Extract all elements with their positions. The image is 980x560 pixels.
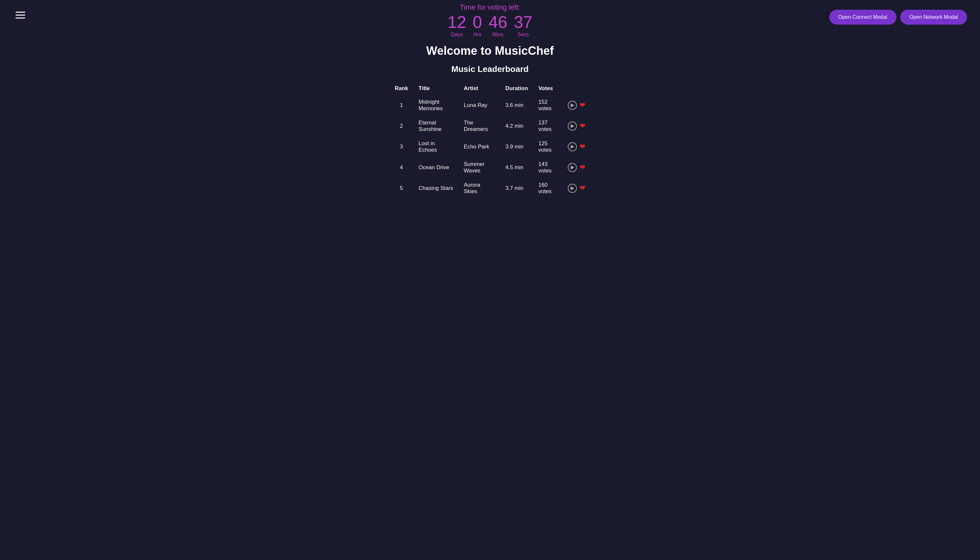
play-button[interactable] (568, 184, 577, 193)
open-network-modal-button[interactable]: Open Network Modal (900, 10, 967, 25)
timer-secs-number: 37 (514, 13, 532, 30)
heart-button[interactable]: ❤ (580, 185, 585, 192)
header-buttons: Open Connect Modal Open Network Modal (829, 10, 967, 25)
row-duration: 4.5 min (500, 157, 533, 178)
row-artist: Luna Ray (458, 95, 500, 116)
table-row: 3 Lost in Echoes Echo Park 3.9 min 125 v… (390, 137, 590, 157)
row-duration: 3.9 min (500, 137, 533, 157)
timer-hrs-label: Hrs (473, 32, 482, 38)
row-title: Lost in Echoes (413, 137, 458, 157)
row-rank: 1 (390, 95, 413, 116)
row-artist: Aurora Skies (458, 178, 500, 199)
play-button[interactable] (568, 163, 577, 172)
main-content: Welcome to MusicChef Music Leaderboard R… (0, 44, 980, 199)
row-artist: The Dreamers (458, 116, 500, 137)
row-rank: 5 (390, 178, 413, 199)
row-actions: ❤ (563, 137, 590, 157)
row-rank: 2 (390, 116, 413, 137)
timer-hrs-number: 0 (473, 13, 482, 30)
play-button[interactable] (568, 122, 577, 131)
play-button[interactable] (568, 101, 577, 110)
timer-days-unit: 12 Days (448, 13, 466, 38)
timer-days-label: Days (451, 32, 462, 38)
timer-values: 12 Days 0 Hrs 46 Mins 37 Secs (448, 13, 532, 38)
row-votes: 137 votes (533, 116, 563, 137)
timer-section: Time for voting left: 12 Days 0 Hrs 46 M… (448, 3, 532, 38)
row-actions: ❤ (563, 178, 590, 199)
row-votes: 143 votes (533, 157, 563, 178)
row-votes: 125 votes (533, 137, 563, 157)
row-actions: ❤ (563, 116, 590, 137)
timer-days-number: 12 (448, 13, 466, 30)
table-row: 5 Chasing Stars Aurora Skies 3.7 min 160… (390, 178, 590, 199)
row-artist: Echo Park (458, 137, 500, 157)
table-header-row: Rank Title Artist Duration Votes (390, 82, 590, 95)
row-title: Chasing Stars (413, 178, 458, 199)
heart-button[interactable]: ❤ (580, 102, 585, 109)
timer-hrs-unit: 0 Hrs (473, 13, 482, 38)
row-artist: Summer Waves (458, 157, 500, 178)
row-title: Ocean Drive (413, 157, 458, 178)
col-title: Title (413, 82, 458, 95)
timer-secs-label: Secs (518, 32, 529, 38)
row-actions: ❤ (563, 157, 590, 178)
timer-mins-number: 46 (489, 13, 508, 30)
row-actions: ❤ (563, 95, 590, 116)
row-duration: 4.2 min (500, 116, 533, 137)
row-rank: 3 (390, 137, 413, 157)
hamburger-menu[interactable] (13, 9, 28, 21)
open-connect-modal-button[interactable]: Open Connect Modal (829, 10, 897, 25)
row-title: Eternal Sunshine (413, 116, 458, 137)
row-duration: 3.7 min (500, 178, 533, 199)
row-rank: 4 (390, 157, 413, 178)
timer-mins-unit: 46 Mins (489, 13, 508, 38)
col-duration: Duration (500, 82, 533, 95)
timer-label: Time for voting left: (448, 3, 532, 12)
header: Time for voting left: 12 Days 0 Hrs 46 M… (0, 0, 980, 25)
heart-button[interactable]: ❤ (580, 122, 585, 130)
col-votes: Votes (533, 82, 563, 95)
heart-button[interactable]: ❤ (580, 143, 585, 150)
play-button[interactable] (568, 142, 577, 151)
timer-mins-label: Mins (493, 32, 503, 38)
col-rank: Rank (390, 82, 413, 95)
table-row: 1 Midnight Memories Luna Ray 3.6 min 152… (390, 95, 590, 116)
leaderboard-table: Rank Title Artist Duration Votes 1 Midni… (390, 82, 590, 199)
table-row: 4 Ocean Drive Summer Waves 4.5 min 143 v… (390, 157, 590, 178)
page-title: Welcome to MusicChef (426, 44, 553, 58)
col-actions (563, 82, 590, 95)
heart-button[interactable]: ❤ (580, 164, 585, 171)
table-row: 2 Eternal Sunshine The Dreamers 4.2 min … (390, 116, 590, 137)
row-votes: 160 votes (533, 178, 563, 199)
row-duration: 3.6 min (500, 95, 533, 116)
row-votes: 152 votes (533, 95, 563, 116)
leaderboard-title: Music Leaderboard (452, 64, 528, 74)
row-title: Midnight Memories (413, 95, 458, 116)
timer-secs-unit: 37 Secs (514, 13, 532, 38)
col-artist: Artist (458, 82, 500, 95)
